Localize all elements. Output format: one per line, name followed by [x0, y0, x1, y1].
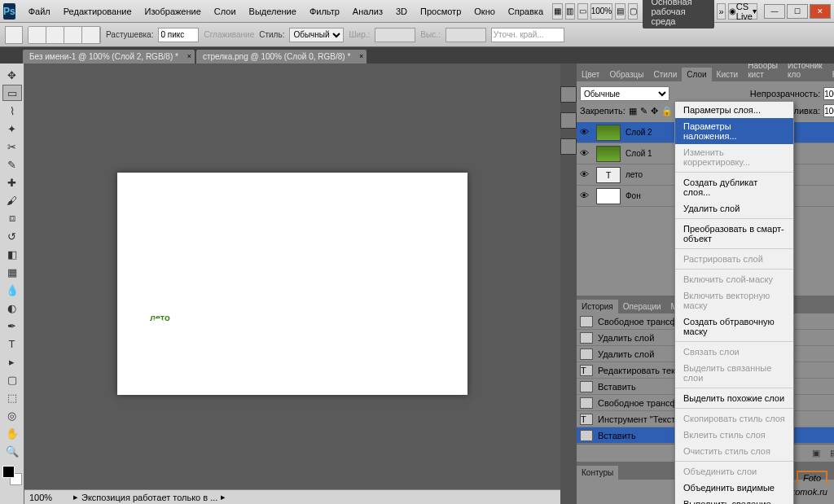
eraser-tool[interactable]: ◧: [2, 246, 22, 262]
context-menu-item[interactable]: Параметры наложения...: [675, 118, 793, 144]
visibility-icon[interactable]: 👁: [580, 127, 591, 138]
menu-Справка[interactable]: Справка: [502, 3, 550, 20]
panel-tab-Образцы[interactable]: Образцы: [604, 68, 648, 81]
context-menu-item[interactable]: Удалить слой: [675, 200, 793, 217]
collapsed-panel-icon[interactable]: [560, 138, 577, 155]
document-tab[interactable]: стрелка.png @ 100% (Слой 0, RGB/8) *×: [196, 50, 367, 64]
panel-tab-Наборы кист[interactable]: Наборы кист: [743, 64, 783, 81]
blur-tool[interactable]: 💧: [2, 282, 22, 298]
launch-minibridge-icon[interactable]: ▥: [565, 3, 576, 20]
close-tab-icon[interactable]: ×: [187, 52, 191, 60]
workspace-selector[interactable]: Основная рабочая среда: [643, 0, 714, 28]
zoom-tool[interactable]: 🔍: [2, 443, 22, 459]
panel-tab-Источник кло[interactable]: Источник кло: [783, 64, 827, 81]
hand-tool[interactable]: ✋: [2, 425, 22, 441]
collapsed-panel-icon[interactable]: [560, 86, 577, 103]
stamp-tool[interactable]: ⧈: [2, 210, 22, 226]
menu-Редактирование[interactable]: Редактирование: [57, 3, 138, 20]
layer-thumbnail[interactable]: T: [596, 167, 621, 183]
panel-tab-Операции[interactable]: Операции: [618, 300, 666, 313]
tab-paths[interactable]: Контуры: [577, 466, 618, 480]
maximize-button[interactable]: ☐: [787, 4, 808, 19]
menu-Файл[interactable]: Файл: [22, 3, 57, 20]
menu-Изображение[interactable]: Изображение: [138, 3, 208, 20]
svg-text:лето: лето: [150, 313, 170, 322]
opacity-input[interactable]: [823, 87, 834, 100]
launch-bridge-icon[interactable]: ▦: [552, 3, 563, 20]
fill-input[interactable]: [823, 104, 834, 117]
panel-tab-Стили[interactable]: Стили: [648, 68, 682, 81]
dodge-tool[interactable]: ◐: [2, 300, 22, 316]
type-tool[interactable]: T: [2, 335, 22, 352]
status-zoom[interactable]: 100%: [29, 493, 70, 502]
shape-tool[interactable]: ▢: [2, 371, 22, 388]
lock-position-icon[interactable]: ✥: [651, 106, 658, 116]
menu-Просмотр[interactable]: Просмотр: [414, 3, 467, 20]
refine-edge-button[interactable]: [491, 28, 564, 42]
hist-new-snapshot-icon[interactable]: ▣: [812, 448, 825, 459]
magic-wand-tool[interactable]: ✦: [2, 121, 22, 137]
document-tab[interactable]: Без имени-1 @ 100% (Слой 2, RGB/8) *×: [23, 50, 195, 64]
rect-marquee-tool[interactable]: ▭: [2, 85, 22, 101]
zoom-level[interactable]: 100%: [590, 3, 613, 20]
visibility-icon[interactable]: 👁: [580, 191, 591, 202]
blend-mode-select[interactable]: Обычные: [580, 86, 669, 101]
context-menu-item[interactable]: Создать дубликат слоя...: [675, 174, 793, 200]
history-brush-tool[interactable]: ↺: [2, 228, 22, 244]
context-menu-item[interactable]: Параметры слоя...: [675, 102, 793, 118]
view-extras-icon[interactable]: ▭: [577, 3, 588, 20]
path-select-tool[interactable]: ▸: [2, 353, 22, 370]
layer-thumbnail[interactable]: [596, 125, 621, 141]
hist-new-doc-icon[interactable]: ▤: [830, 448, 834, 459]
lock-label: Закрепить:: [580, 106, 626, 116]
collapsed-panel-icon[interactable]: [560, 112, 577, 129]
workspace-more-icon[interactable]: »: [717, 3, 725, 20]
healing-tool[interactable]: ✚: [2, 174, 22, 191]
document-canvas[interactable]: лето: [117, 173, 467, 395]
lock-pixels-icon[interactable]: ✎: [640, 106, 647, 116]
layer-thumbnail[interactable]: [596, 188, 621, 204]
move-tool[interactable]: ✥: [2, 67, 22, 83]
brush-tool[interactable]: 🖌: [2, 192, 22, 208]
lock-transparency-icon[interactable]: ▦: [629, 106, 637, 116]
context-menu-item[interactable]: Преобразовать в смарт-объект: [675, 221, 793, 247]
style-select[interactable]: Обычный: [289, 28, 344, 42]
gradient-tool[interactable]: ▦: [2, 264, 22, 280]
3d-camera-tool[interactable]: ◎: [2, 407, 22, 423]
close-button[interactable]: ✕: [810, 4, 831, 19]
screen-mode-icon[interactable]: ▢: [628, 3, 639, 20]
menu-Выделение[interactable]: Выделение: [243, 3, 303, 20]
3d-tool[interactable]: ⬚: [2, 389, 22, 405]
current-tool-icon[interactable]: [5, 26, 23, 44]
panel-tab-Кисти[interactable]: Кисти: [712, 68, 744, 81]
menu-Фильтр[interactable]: Фильтр: [303, 3, 346, 20]
menu-Слои[interactable]: Слои: [208, 3, 243, 20]
panel-tab-Слои[interactable]: Слои: [682, 68, 711, 81]
arrange-docs-icon[interactable]: ▤: [615, 3, 626, 20]
selection-mode-group[interactable]: [28, 26, 101, 44]
menu-3D[interactable]: 3D: [389, 3, 414, 20]
layer-thumbnail[interactable]: [596, 146, 621, 162]
visibility-icon[interactable]: 👁: [580, 148, 591, 160]
lock-all-icon[interactable]: 🔒: [661, 106, 673, 116]
feather-input[interactable]: [158, 28, 199, 42]
panel-tab-Каналы[interactable]: Каналы: [827, 68, 834, 81]
panel-tab-Цвет[interactable]: Цвет: [577, 68, 604, 81]
menu-Анализ[interactable]: Анализ: [346, 3, 389, 20]
context-menu-item[interactable]: Выделить похожие слои: [675, 390, 793, 406]
panel-tab-История[interactable]: История: [577, 300, 618, 313]
context-menu-item: Вклеить стиль слоя: [675, 427, 793, 443]
pen-tool[interactable]: ✒: [2, 318, 22, 334]
cslive-button[interactable]: ◉ CS Live ▾: [728, 3, 757, 20]
context-menu-item[interactable]: Создать обтравочную маску: [675, 313, 793, 340]
lasso-tool[interactable]: ⌇: [2, 103, 22, 119]
context-menu-item[interactable]: Объединить видимые: [675, 480, 793, 496]
eyedropper-tool[interactable]: ✎: [2, 156, 22, 173]
minimize-button[interactable]: —: [764, 4, 785, 19]
close-tab-icon[interactable]: ×: [359, 52, 363, 60]
color-swatches[interactable]: [2, 466, 22, 485]
crop-tool[interactable]: ✂: [2, 138, 22, 155]
visibility-icon[interactable]: 👁: [580, 169, 591, 181]
context-menu-item[interactable]: Выполнить сведение: [675, 496, 793, 504]
menu-Окно[interactable]: Окно: [467, 3, 502, 20]
